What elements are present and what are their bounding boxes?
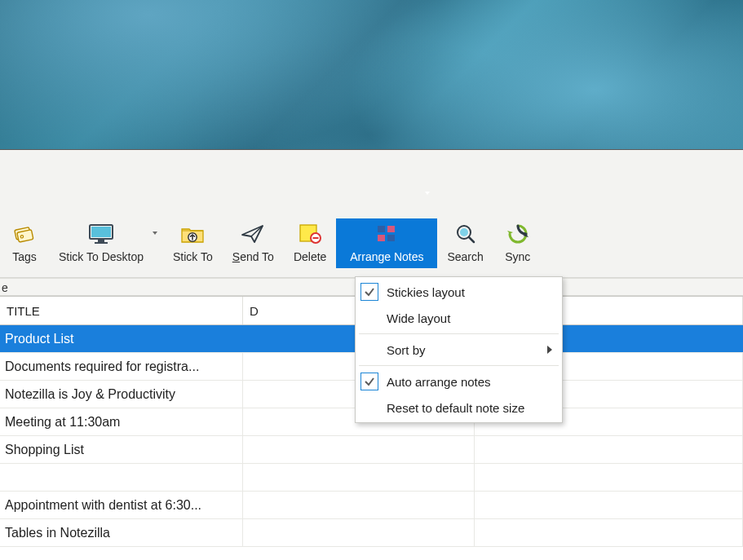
cell-due <box>243 436 475 463</box>
stick-to-desktop-label: Stick To Desktop <box>59 250 144 263</box>
svg-rect-6 <box>98 240 104 242</box>
menu-item-label: Sort by <box>387 343 426 357</box>
chevron-down-icon <box>153 231 157 235</box>
app-window: Tags Stick To Desktop <box>0 150 743 547</box>
delete-button[interactable]: Delete <box>284 218 336 268</box>
arrange-notes-menu: Stickies layout Wide layout Sort by Auto… <box>355 276 563 423</box>
desktop-background <box>0 0 743 150</box>
svg-rect-13 <box>387 226 395 232</box>
menu-stickies-layout[interactable]: Stickies layout <box>357 279 560 305</box>
sync-label: Sync <box>505 250 530 263</box>
delete-label: Delete <box>294 250 326 263</box>
cell-due <box>243 464 475 491</box>
grid-icon <box>374 221 399 247</box>
search-icon <box>453 221 478 247</box>
menu-item-label: Stickies layout <box>387 285 465 299</box>
folder-up-icon <box>179 221 206 247</box>
menu-item-label: Wide layout <box>387 311 450 325</box>
cell-title: Product List <box>0 325 243 352</box>
svg-line-18 <box>469 237 474 242</box>
table-row[interactable]: Appointment with dentist at 6:30... <box>0 492 743 519</box>
column-header-label: D <box>250 304 259 318</box>
cell-title: Appointment with dentist at 6:30... <box>0 492 243 518</box>
menu-reset-size[interactable]: Reset to default note size <box>357 395 560 421</box>
cell-extra <box>475 464 743 491</box>
send-to-label: Send To <box>232 250 274 263</box>
menu-item-label: Auto arrange notes <box>387 375 491 389</box>
menu-separator <box>359 333 559 334</box>
chevron-right-icon <box>547 346 552 354</box>
tags-icon <box>11 221 38 247</box>
stick-to-button[interactable]: Stick To <box>163 218 223 268</box>
arrange-notes-button[interactable]: Arrange Notes <box>336 218 437 268</box>
cell-title: Meeting at 11:30am <box>0 408 243 435</box>
table-row[interactable]: Tables in Notezilla <box>0 519 743 547</box>
table-row[interactable]: Shopping List <box>0 436 743 464</box>
table-row[interactable] <box>0 464 743 492</box>
menu-sort-by[interactable]: Sort by <box>357 337 560 363</box>
menu-item-label: Reset to default note size <box>387 401 524 415</box>
stick-to-desktop-button[interactable]: Stick To Desktop <box>49 218 153 268</box>
svg-rect-5 <box>91 227 111 237</box>
monitor-icon <box>86 221 116 247</box>
tags-label: Tags <box>12 250 37 263</box>
toolbar: Tags Stick To Desktop <box>0 218 743 277</box>
toolbar-area: Tags Stick To Desktop <box>0 150 743 278</box>
paper-plane-icon <box>240 221 266 247</box>
menu-separator <box>359 365 559 366</box>
column-header-title[interactable]: TITLE <box>0 297 243 324</box>
check-icon <box>360 373 378 390</box>
cell-extra <box>475 519 743 546</box>
sub-header-fragment: e <box>2 281 8 294</box>
send-to-button[interactable]: Send To <box>223 218 284 268</box>
svg-rect-14 <box>378 235 385 241</box>
svg-rect-12 <box>378 226 385 232</box>
svg-point-17 <box>460 228 468 236</box>
search-label: Search <box>447 250 483 263</box>
column-header-label: TITLE <box>7 304 40 318</box>
svg-rect-15 <box>387 235 395 241</box>
cell-title <box>0 464 243 491</box>
cell-title: Tables in Notezilla <box>0 519 243 546</box>
cell-title: Documents required for registra... <box>0 353 243 380</box>
search-button[interactable]: Search <box>437 218 493 268</box>
note-delete-icon <box>298 221 322 247</box>
stick-to-desktop-dropdown[interactable] <box>150 218 160 235</box>
arrange-notes-label: Arrange Notes <box>350 250 423 263</box>
stick-to-label: Stick To <box>173 250 213 263</box>
chevron-down-icon <box>425 192 430 195</box>
cell-due <box>243 519 475 546</box>
sync-button[interactable]: Sync <box>493 218 542 268</box>
sync-icon <box>506 221 530 247</box>
cell-due <box>243 492 475 518</box>
cell-extra <box>475 492 743 518</box>
check-icon <box>360 283 378 301</box>
menu-wide-layout[interactable]: Wide layout <box>357 305 560 331</box>
cell-title: Shopping List <box>0 436 243 463</box>
svg-rect-7 <box>95 242 108 244</box>
cell-extra <box>475 436 743 463</box>
cell-title: Notezilla is Joy & Productivity <box>0 381 243 408</box>
menu-auto-arrange[interactable]: Auto arrange notes <box>357 368 560 395</box>
tags-button[interactable]: Tags <box>0 218 49 268</box>
